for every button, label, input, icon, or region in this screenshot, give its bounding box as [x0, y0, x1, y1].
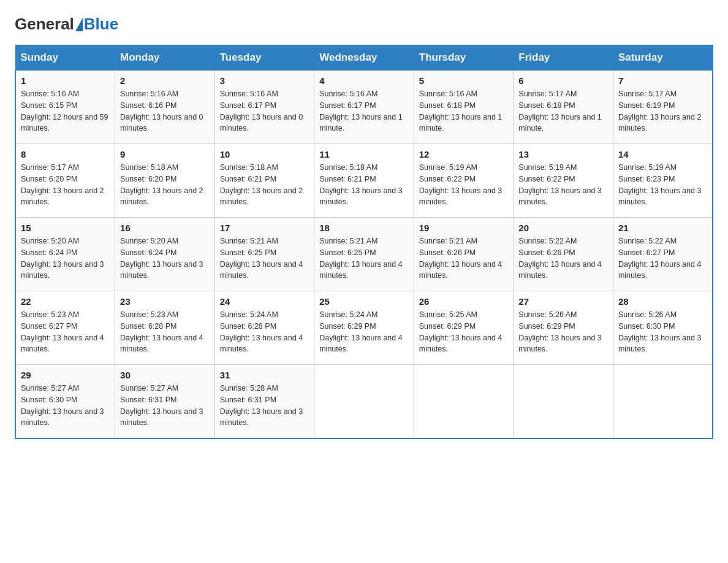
calendar-week-row: 15 Sunrise: 5:20 AM Sunset: 6:24 PM Dayl…: [15, 218, 713, 291]
column-header-thursday: Thursday: [414, 45, 514, 71]
day-info: Sunrise: 5:16 AM Sunset: 6:18 PM Dayligh…: [419, 88, 509, 134]
day-info: Sunrise: 5:19 AM Sunset: 6:23 PM Dayligh…: [618, 162, 707, 208]
page-header: General Blue: [15, 15, 713, 34]
calendar-cell: 4 Sunrise: 5:16 AM Sunset: 6:17 PM Dayli…: [314, 71, 414, 144]
calendar-cell: 9 Sunrise: 5:18 AM Sunset: 6:20 PM Dayli…: [115, 144, 215, 218]
day-number: 17: [220, 223, 309, 233]
calendar-cell: 12 Sunrise: 5:19 AM Sunset: 6:22 PM Dayl…: [414, 144, 514, 218]
day-info: Sunrise: 5:24 AM Sunset: 6:29 PM Dayligh…: [319, 309, 409, 355]
calendar-cell: [613, 365, 713, 439]
day-info: Sunrise: 5:19 AM Sunset: 6:22 PM Dayligh…: [419, 162, 509, 208]
calendar-cell: 7 Sunrise: 5:17 AM Sunset: 6:19 PM Dayli…: [613, 71, 713, 144]
day-number: 8: [21, 149, 110, 159]
day-info: Sunrise: 5:27 AM Sunset: 6:31 PM Dayligh…: [120, 383, 210, 429]
calendar-cell: 20 Sunrise: 5:22 AM Sunset: 6:26 PM Dayl…: [514, 218, 613, 291]
day-number: 18: [319, 223, 409, 233]
column-header-tuesday: Tuesday: [214, 45, 314, 71]
logo-general-text: General: [15, 15, 74, 34]
day-info: Sunrise: 5:21 AM Sunset: 6:26 PM Dayligh…: [419, 236, 509, 282]
day-info: Sunrise: 5:23 AM Sunset: 6:27 PM Dayligh…: [21, 309, 110, 355]
calendar-cell: 10 Sunrise: 5:18 AM Sunset: 6:21 PM Dayl…: [214, 144, 314, 218]
day-number: 5: [419, 75, 509, 86]
calendar-week-row: 1 Sunrise: 5:16 AM Sunset: 6:15 PM Dayli…: [15, 71, 713, 144]
day-info: Sunrise: 5:26 AM Sunset: 6:29 PM Dayligh…: [518, 309, 608, 355]
day-number: 10: [220, 149, 309, 159]
day-info: Sunrise: 5:28 AM Sunset: 6:31 PM Dayligh…: [220, 383, 309, 429]
calendar-cell: 8 Sunrise: 5:17 AM Sunset: 6:20 PM Dayli…: [15, 144, 115, 218]
calendar-cell: [414, 365, 514, 439]
day-number: 24: [220, 296, 309, 307]
calendar-cell: 22 Sunrise: 5:23 AM Sunset: 6:27 PM Dayl…: [15, 291, 115, 365]
day-number: 23: [120, 296, 210, 307]
calendar-cell: 25 Sunrise: 5:24 AM Sunset: 6:29 PM Dayl…: [314, 291, 414, 365]
calendar-cell: 11 Sunrise: 5:18 AM Sunset: 6:21 PM Dayl…: [314, 144, 414, 218]
day-number: 2: [120, 75, 210, 86]
day-number: 30: [120, 370, 210, 380]
day-info: Sunrise: 5:17 AM Sunset: 6:18 PM Dayligh…: [518, 88, 608, 134]
day-info: Sunrise: 5:16 AM Sunset: 6:15 PM Dayligh…: [21, 88, 110, 134]
day-info: Sunrise: 5:23 AM Sunset: 6:28 PM Dayligh…: [120, 309, 210, 355]
calendar-cell: 14 Sunrise: 5:19 AM Sunset: 6:23 PM Dayl…: [613, 144, 713, 218]
column-header-sunday: Sunday: [15, 45, 115, 71]
day-info: Sunrise: 5:24 AM Sunset: 6:28 PM Dayligh…: [220, 309, 309, 355]
day-number: 19: [419, 223, 509, 233]
calendar-cell: 3 Sunrise: 5:16 AM Sunset: 6:17 PM Dayli…: [214, 71, 314, 144]
calendar-cell: 18 Sunrise: 5:21 AM Sunset: 6:25 PM Dayl…: [314, 218, 414, 291]
logo-triangle-icon: [75, 18, 83, 31]
day-number: 27: [518, 296, 608, 307]
day-number: 12: [419, 149, 509, 159]
calendar-cell: 2 Sunrise: 5:16 AM Sunset: 6:16 PM Dayli…: [115, 71, 215, 144]
day-info: Sunrise: 5:22 AM Sunset: 6:27 PM Dayligh…: [618, 236, 707, 282]
calendar-cell: 27 Sunrise: 5:26 AM Sunset: 6:29 PM Dayl…: [514, 291, 613, 365]
day-info: Sunrise: 5:20 AM Sunset: 6:24 PM Dayligh…: [21, 236, 110, 282]
column-header-monday: Monday: [115, 45, 215, 71]
calendar-table: SundayMondayTuesdayWednesdayThursdayFrid…: [15, 45, 713, 439]
calendar-cell: 31 Sunrise: 5:28 AM Sunset: 6:31 PM Dayl…: [214, 365, 314, 439]
day-number: 21: [618, 223, 707, 233]
day-number: 22: [21, 296, 110, 307]
day-info: Sunrise: 5:16 AM Sunset: 6:16 PM Dayligh…: [120, 88, 210, 134]
day-info: Sunrise: 5:16 AM Sunset: 6:17 PM Dayligh…: [319, 88, 409, 134]
day-number: 14: [618, 149, 707, 159]
day-info: Sunrise: 5:21 AM Sunset: 6:25 PM Dayligh…: [319, 236, 409, 282]
calendar-cell: 26 Sunrise: 5:25 AM Sunset: 6:29 PM Dayl…: [414, 291, 514, 365]
day-number: 1: [21, 75, 110, 86]
column-header-saturday: Saturday: [613, 45, 713, 71]
calendar-cell: 29 Sunrise: 5:27 AM Sunset: 6:30 PM Dayl…: [15, 365, 115, 439]
day-info: Sunrise: 5:25 AM Sunset: 6:29 PM Dayligh…: [419, 309, 509, 355]
day-number: 3: [220, 75, 309, 86]
calendar-cell: 16 Sunrise: 5:20 AM Sunset: 6:24 PM Dayl…: [115, 218, 215, 291]
day-info: Sunrise: 5:20 AM Sunset: 6:24 PM Dayligh…: [120, 236, 210, 282]
day-number: 31: [220, 370, 309, 380]
day-number: 26: [419, 296, 509, 307]
day-info: Sunrise: 5:21 AM Sunset: 6:25 PM Dayligh…: [220, 236, 309, 282]
calendar-cell: [314, 365, 414, 439]
calendar-week-row: 29 Sunrise: 5:27 AM Sunset: 6:30 PM Dayl…: [15, 365, 713, 439]
calendar-cell: 1 Sunrise: 5:16 AM Sunset: 6:15 PM Dayli…: [15, 71, 115, 144]
calendar-cell: 5 Sunrise: 5:16 AM Sunset: 6:18 PM Dayli…: [414, 71, 514, 144]
day-info: Sunrise: 5:18 AM Sunset: 6:21 PM Dayligh…: [319, 162, 409, 208]
day-number: 9: [120, 149, 210, 159]
day-number: 13: [518, 149, 608, 159]
day-info: Sunrise: 5:19 AM Sunset: 6:22 PM Dayligh…: [518, 162, 608, 208]
calendar-cell: 17 Sunrise: 5:21 AM Sunset: 6:25 PM Dayl…: [214, 218, 314, 291]
calendar-cell: 21 Sunrise: 5:22 AM Sunset: 6:27 PM Dayl…: [613, 218, 713, 291]
day-number: 15: [21, 223, 110, 233]
calendar-cell: 15 Sunrise: 5:20 AM Sunset: 6:24 PM Dayl…: [15, 218, 115, 291]
calendar-week-row: 22 Sunrise: 5:23 AM Sunset: 6:27 PM Dayl…: [15, 291, 713, 365]
day-number: 4: [319, 75, 409, 86]
column-header-friday: Friday: [514, 45, 613, 71]
day-number: 28: [618, 296, 707, 307]
day-info: Sunrise: 5:17 AM Sunset: 6:19 PM Dayligh…: [618, 88, 707, 134]
day-number: 20: [518, 223, 608, 233]
day-number: 29: [21, 370, 110, 380]
calendar-header-row: SundayMondayTuesdayWednesdayThursdayFrid…: [15, 45, 713, 71]
day-number: 11: [319, 149, 409, 159]
calendar-cell: 19 Sunrise: 5:21 AM Sunset: 6:26 PM Dayl…: [414, 218, 514, 291]
day-number: 25: [319, 296, 409, 307]
calendar-cell: 24 Sunrise: 5:24 AM Sunset: 6:28 PM Dayl…: [214, 291, 314, 365]
calendar-week-row: 8 Sunrise: 5:17 AM Sunset: 6:20 PM Dayli…: [15, 144, 713, 218]
day-number: 16: [120, 223, 210, 233]
calendar-cell: 13 Sunrise: 5:19 AM Sunset: 6:22 PM Dayl…: [514, 144, 613, 218]
calendar-cell: 28 Sunrise: 5:26 AM Sunset: 6:30 PM Dayl…: [613, 291, 713, 365]
